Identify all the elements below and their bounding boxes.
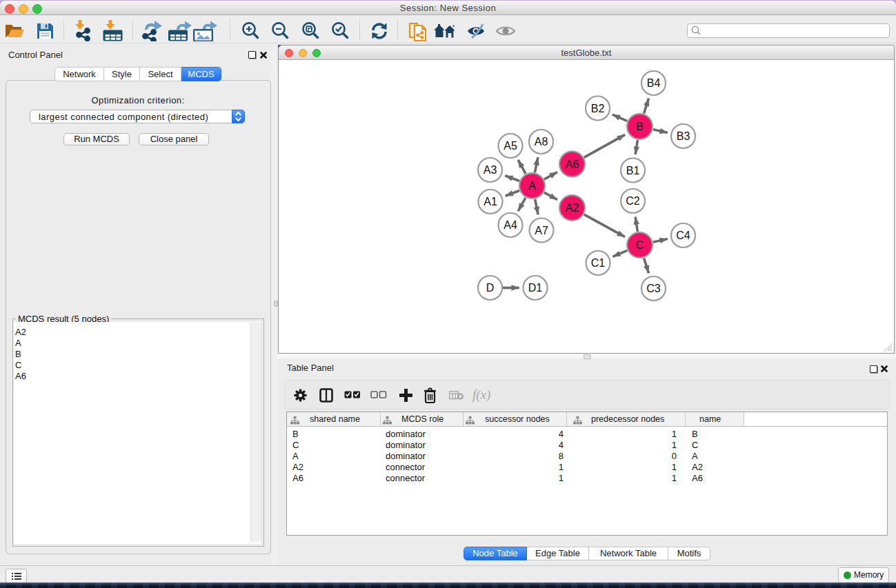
svg-text:B1: B1 <box>626 165 640 176</box>
svg-text:C4: C4 <box>676 230 690 241</box>
svg-text:A4: A4 <box>504 219 517 231</box>
svg-text:C1: C1 <box>591 257 606 269</box>
svg-text:B4: B4 <box>647 77 661 89</box>
svg-text:A3: A3 <box>484 164 497 176</box>
svg-text:C: C <box>636 239 644 251</box>
svg-text:B: B <box>636 121 644 132</box>
svg-text:A1: A1 <box>484 196 497 207</box>
svg-text:B3: B3 <box>677 130 690 142</box>
svg-text:B2: B2 <box>591 103 605 114</box>
svg-text:A8: A8 <box>535 136 548 148</box>
svg-text:D: D <box>486 282 495 294</box>
svg-text:A5: A5 <box>504 140 517 152</box>
svg-text:A7: A7 <box>535 225 548 236</box>
svg-text:C3: C3 <box>646 283 661 294</box>
svg-text:D1: D1 <box>528 282 543 294</box>
svg-text:A2: A2 <box>566 202 579 214</box>
svg-text:C2: C2 <box>626 195 640 207</box>
svg-text:A: A <box>528 180 536 192</box>
svg-text:A6: A6 <box>566 159 579 170</box>
